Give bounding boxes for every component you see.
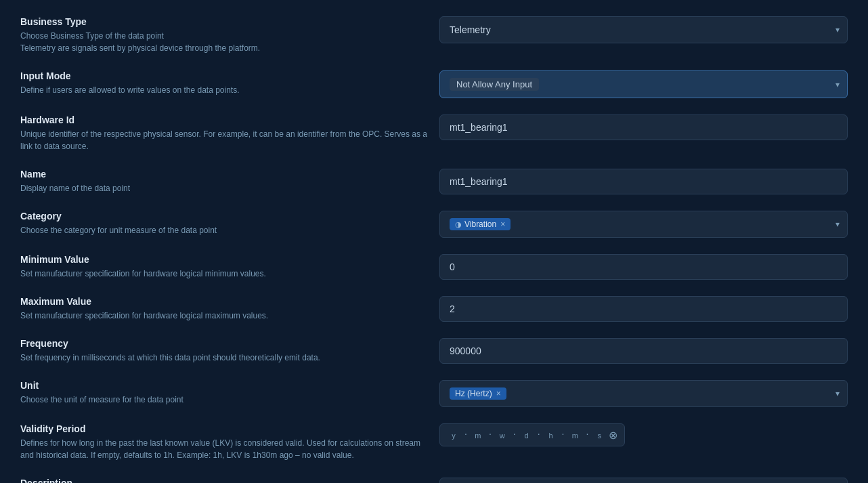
hardware-id-row: Hardware Id Unique identifier of the res…	[20, 112, 848, 152]
category-tag-icon: ◑	[455, 220, 462, 229]
name-label: Name	[20, 169, 429, 180]
minimum-value-label: Minimum Value	[20, 254, 429, 265]
hardware-id-input[interactable]	[439, 114, 848, 140]
description-textarea[interactable]: Data info from the bearing sensor attach…	[439, 478, 848, 483]
hardware-id-desc: Unique identifier of the respective phys…	[20, 128, 429, 152]
validity-m2-group: m	[568, 430, 582, 440]
validity-period-inputs: y · m · w · d · h ·	[439, 423, 625, 446]
validity-y-label: y	[452, 432, 456, 440]
category-select-wrapper: ◑ Vibration × ▾	[439, 211, 848, 238]
hardware-id-left: Hardware Id Unique identifier of the res…	[20, 112, 429, 152]
validity-d-label: d	[525, 432, 529, 440]
business-type-desc1: Choose Business Type of the data point	[20, 30, 429, 42]
business-type-row: Business Type Choose Business Type of th…	[20, 14, 848, 54]
validity-m1-label: m	[475, 432, 481, 440]
maximum-value-input[interactable]	[439, 296, 848, 322]
validity-period-desc: Defines for how long in the past the las…	[20, 437, 429, 461]
validity-period-right: y · m · w · d · h ·	[439, 421, 848, 446]
category-tag: ◑ Vibration ×	[450, 218, 511, 230]
name-row: Name Display name of the data point	[20, 166, 848, 194]
frequency-label: Frequency	[20, 338, 429, 349]
business-type-left: Business Type Choose Business Type of th…	[20, 14, 429, 54]
validity-w-group: w	[496, 430, 509, 440]
input-mode-desc: Define if users are allowed to write val…	[20, 84, 429, 96]
validity-sep6: ·	[584, 428, 590, 439]
validity-period-label: Validity Period	[20, 423, 429, 434]
input-mode-right: Not Allow Any Input ▾	[439, 68, 848, 98]
category-desc: Choose the category for unit measure of …	[20, 224, 429, 236]
validity-s-label: s	[598, 432, 602, 440]
validity-w-label: w	[500, 432, 505, 440]
business-type-label: Business Type	[20, 16, 429, 27]
hardware-id-right	[439, 112, 848, 140]
validity-sep3: ·	[512, 428, 517, 439]
category-tag-close-icon[interactable]: ×	[500, 219, 505, 229]
business-type-desc2: Telemetry are signals sent by physical d…	[20, 42, 429, 54]
validity-sep1: ·	[463, 428, 469, 439]
business-type-right: Telemetry ▾	[439, 14, 848, 43]
input-mode-select[interactable]: Not Allow Any Input	[439, 70, 848, 98]
input-mode-value: Not Allow Any Input	[456, 79, 532, 89]
validity-clear-icon[interactable]: ⊗	[609, 429, 617, 442]
validity-sep5: ·	[561, 428, 566, 439]
maximum-value-desc: Set manufacturer specification for hardw…	[20, 310, 429, 322]
unit-left: Unit Choose the unit of measure for the …	[20, 377, 429, 406]
unit-select[interactable]: Hz (Hertz) ×	[439, 380, 848, 407]
minimum-value-input[interactable]	[439, 254, 848, 280]
business-type-select[interactable]: Telemetry	[439, 16, 848, 43]
hardware-id-label: Hardware Id	[20, 114, 429, 125]
unit-select-wrapper: Hz (Hertz) × ▾	[439, 380, 848, 407]
frequency-input[interactable]	[439, 338, 848, 364]
unit-right: Hz (Hertz) × ▾	[439, 377, 848, 407]
minimum-value-left: Minimum Value Set manufacturer specifica…	[20, 251, 429, 280]
frequency-desc: Set frequency in milliseconds at which t…	[20, 352, 429, 364]
category-right: ◑ Vibration × ▾	[439, 208, 848, 238]
input-mode-label: Input Mode	[20, 70, 429, 81]
category-left: Category Choose the category for unit me…	[20, 208, 429, 236]
business-type-value: Telemetry	[450, 24, 820, 35]
unit-tag: Hz (Hertz) ×	[450, 387, 506, 400]
description-right: Data info from the bearing sensor attach…	[439, 475, 848, 483]
frequency-row: Frequency Set frequency in milliseconds …	[20, 335, 848, 364]
frequency-left: Frequency Set frequency in milliseconds …	[20, 335, 429, 364]
validity-s-group: s	[592, 430, 606, 440]
validity-d-group: d	[520, 430, 534, 440]
unit-tag-close-icon[interactable]: ×	[496, 389, 501, 398]
validity-y-group: y	[447, 430, 460, 440]
input-mode-left: Input Mode Define if users are allowed t…	[20, 68, 429, 96]
maximum-value-left: Maximum Value Set manufacturer specifica…	[20, 293, 429, 322]
validity-h-group: h	[544, 430, 558, 440]
description-row: Description Provide context for the data…	[20, 475, 848, 483]
unit-tag-value: Hz (Hertz)	[455, 389, 492, 398]
description-left: Description Provide context for the data…	[20, 475, 429, 483]
validity-period-row: Validity Period Defines for how long in …	[20, 421, 848, 461]
minimum-value-row: Minimum Value Set manufacturer specifica…	[20, 251, 848, 280]
category-select[interactable]: ◑ Vibration ×	[439, 211, 848, 238]
name-left: Name Display name of the data point	[20, 166, 429, 194]
unit-label: Unit	[20, 380, 429, 391]
maximum-value-right	[439, 293, 848, 322]
validity-sep2: ·	[487, 428, 493, 439]
validity-h-label: h	[549, 432, 553, 440]
validity-m2-label: m	[572, 432, 578, 440]
input-mode-row: Input Mode Define if users are allowed t…	[20, 68, 848, 98]
name-right	[439, 166, 848, 194]
name-input[interactable]	[439, 169, 848, 194]
category-tag-value: Vibration	[464, 219, 496, 229]
unit-row: Unit Choose the unit of measure for the …	[20, 377, 848, 407]
frequency-right	[439, 335, 848, 364]
validity-m1-group: m	[471, 430, 485, 440]
maximum-value-label: Maximum Value	[20, 296, 429, 307]
category-row: Category Choose the category for unit me…	[20, 208, 848, 238]
minimum-value-right	[439, 251, 848, 280]
description-label: Description	[20, 478, 429, 483]
validity-sep4: ·	[536, 428, 542, 439]
minimum-value-desc: Set manufacturer specification for hardw…	[20, 268, 429, 280]
input-mode-tag: Not Allow Any Input	[450, 78, 539, 91]
unit-desc: Choose the unit of measure for the data …	[20, 394, 429, 406]
name-desc: Display name of the data point	[20, 182, 429, 194]
validity-period-left: Validity Period Defines for how long in …	[20, 421, 429, 461]
maximum-value-row: Maximum Value Set manufacturer specifica…	[20, 293, 848, 322]
input-mode-select-wrapper: Not Allow Any Input ▾	[439, 70, 848, 98]
business-type-select-wrapper: Telemetry ▾	[439, 16, 848, 43]
